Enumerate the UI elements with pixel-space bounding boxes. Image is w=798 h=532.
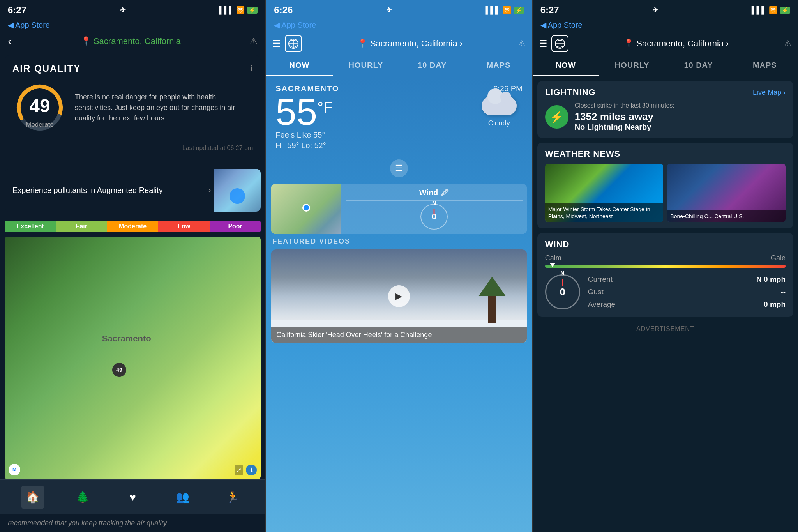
left-location-arrow: ✈ [120,6,126,14]
right-tab-10day[interactable]: 10 DAY [665,55,731,76]
right-appstore-bar[interactable]: ◀ App Store [533,19,798,32]
warning-icon-right[interactable]: ⚠ [784,39,792,49]
news-article-1[interactable]: Major Winter Storm Takes Center Stage in… [545,164,664,222]
right-wind-card: WIND Calm Gale N 0 Current N 0 mph [537,233,793,317]
right-chevron-icon: › [726,39,729,49]
scale-moderate: Moderate [107,221,158,232]
back-arrow-icon: ◀ [8,20,14,30]
tab-now[interactable]: NOW [266,55,332,76]
left-location[interactable]: 📍 Sacramento, California [81,36,181,46]
aq-body: 49 Moderate There is no real danger for … [12,80,253,135]
lightning-subtitle: Closest strike in the last 30 minutes: [575,102,674,109]
video-caption: California Skier 'Head Over Heels' for a… [271,327,527,343]
middle-status-bar: 6:26 ✈ ▌▌▌ 🛜 ⚡ [266,0,531,19]
nav-nature[interactable]: 🌲 [71,486,94,509]
play-button[interactable]: ▶ [388,285,410,307]
nav-home[interactable]: 🏠 [21,486,44,509]
right-tab-maps[interactable]: MAPS [732,55,798,76]
location-chevron-icon: › [460,39,463,49]
nav-health[interactable]: ♥ [121,486,145,509]
right-status-icons: ▌▌▌ 🛜 ⚡ [752,6,790,14]
map-city-label: Sacramento [102,334,151,344]
weather-main: SACRAMENTO 55 °F Feels Like 55° Hi: 59° … [266,76,531,532]
advertisement-label: ADVERTISEMENT [537,322,793,336]
left-phone: 6:27 ✈ ▌▌▌ 🛜 ⚡ ◀ App Store ‹ 📍 Sacrament… [0,0,266,532]
news-caption-1: Major Winter Storm Takes Center Stage in… [545,203,664,222]
middle-time: 6:26 [274,5,293,16]
warning-icon-mid[interactable]: ⚠ [518,39,526,49]
cloud-shape [482,96,517,115]
wind-gust-label: Gust [588,288,604,296]
video-thumbnail[interactable]: ▶ California Skier 'Head Over Heels' for… [271,249,527,343]
weather-hi-lo: Hi: 59° Lo: 52° [275,141,339,150]
lightning-bolt-icon: ⚡ [545,105,568,129]
nav-social[interactable]: 👥 [171,486,194,509]
news-article-2[interactable]: Bone-Chilling C... Central U.S. [667,164,786,222]
left-back-button[interactable]: ‹ [8,35,11,48]
mapbox-logo: M [9,464,20,475]
right-location-text: Sacramento, California [636,39,724,49]
wifi-icon-mid: 🛜 [503,6,511,14]
tab-hourly[interactable]: HOURLY [333,55,399,76]
wind-gust-value: -- [780,288,786,296]
bottom-nav: 🏠 🌲 ♥ 👥 🏃 [0,479,265,514]
wind-gust-row: Gust -- [588,286,786,298]
wind-current-row: Current N 0 mph [588,273,786,286]
hamburger-icon-right: ☰ [539,38,547,49]
toggle-button[interactable]: ☰ [390,159,408,177]
mini-map-pin [302,204,310,212]
right-location-arrow: ✈ [652,6,658,14]
right-main: LIGHTNING Live Map › ⚡ Closest strike in… [533,76,798,532]
map-expand-icon[interactable]: ⤢ [235,465,243,475]
map-info-button[interactable]: ℹ [246,465,257,475]
middle-location[interactable]: 📍 Sacramento, California › [357,39,463,49]
lightning-header: LIGHTNING Live Map › [545,87,786,97]
wind-average-value: 0 mph [764,300,786,309]
ar-arrow-icon: › [208,185,211,195]
warning-icon[interactable]: ⚠ [250,36,258,46]
location-pin-icon: 📍 [81,36,91,46]
scale-low: Low [158,221,209,232]
wind-average-row: Average 0 mph [588,298,786,311]
wind-card-title: Wind 🖉 [419,188,449,197]
nav-activity[interactable]: 🏃 [221,486,244,509]
tab-10day[interactable]: 10 DAY [399,55,465,76]
wind-edit-icon[interactable]: 🖉 [441,188,449,197]
lightning-body: ⚡ Closest strike in the last 30 minutes:… [545,102,786,132]
hamburger-icon: ☰ [272,38,281,49]
right-location[interactable]: 📍 Sacramento, California › [623,39,729,49]
weather-app-icon [285,35,302,52]
lightning-card: LIGHTNING Live Map › ⚡ Closest strike in… [537,81,793,138]
scroll-hint: recommended that you keep tracking the a… [0,514,265,532]
weather-menu[interactable]: ☰ [272,35,302,52]
left-appstore-bar[interactable]: ◀ App Store [0,19,265,32]
ar-banner[interactable]: Experience pollutants in Augmented Reali… [5,169,261,212]
mini-map[interactable] [271,184,341,234]
location-pin-mid: 📍 [357,39,368,49]
appstore-label-mid: App Store [281,21,316,30]
weather-header: SACRAMENTO 55 °F Feels Like 55° Hi: 59° … [266,76,531,156]
appstore-label-right: App Store [548,21,583,30]
lightning-title: LIGHTNING [545,87,596,97]
middle-phone: 6:26 ✈ ▌▌▌ 🛜 ⚡ ◀ App Store ☰ [266,0,531,532]
right-tab-hourly[interactable]: HOURLY [599,55,665,76]
wind-current-value: N 0 mph [756,275,786,284]
wind-calm-label: Calm [545,254,561,262]
weather-condition: Cloudy [488,119,510,127]
tab-maps[interactable]: MAPS [465,55,531,76]
ar-overlay [230,188,245,204]
tree-decoration [488,292,496,323]
lightning-live-map[interactable]: Live Map › [753,88,786,97]
weather-temp-row: 55 °F [275,93,339,131]
aqi-map[interactable]: Sacramento 49 M ℹ ⤢ [5,237,261,479]
right-tab-now[interactable]: NOW [533,55,599,76]
signal-icon-mid: ▌▌▌ [485,6,500,14]
middle-appstore-bar[interactable]: ◀ App Store [266,19,531,32]
wifi-icon: 🛜 [236,6,245,14]
middle-location-arrow: ✈ [386,6,392,14]
right-menu[interactable]: ☰ [539,35,568,52]
appstore-label: App Store [15,21,50,30]
aq-info-icon[interactable]: ℹ [250,64,253,74]
right-status-bar: 6:27 ✈ ▌▌▌ 🛜 ⚡ [533,0,798,19]
big-compass-center: 0 [560,286,565,298]
